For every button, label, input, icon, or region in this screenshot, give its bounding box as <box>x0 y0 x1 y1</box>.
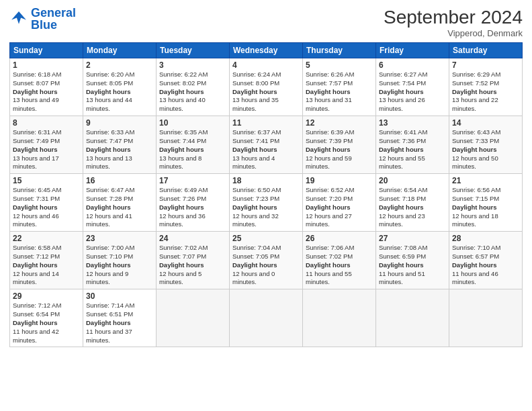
calendar-week-row: 22Sunrise: 6:58 AMSunset: 7:12 PMDayligh… <box>10 232 523 289</box>
day-number: 13 <box>379 118 446 128</box>
day-info: Sunrise: 6:22 AMSunset: 8:02 PMDaylight … <box>159 71 226 113</box>
calendar-cell: 17Sunrise: 6:49 AMSunset: 7:26 PMDayligh… <box>157 174 230 232</box>
day-info: Sunrise: 7:08 AMSunset: 6:59 PMDaylight … <box>379 244 446 287</box>
day-info: Sunrise: 6:24 AMSunset: 8:00 PMDaylight … <box>232 71 300 113</box>
calendar-cell <box>230 289 303 347</box>
day-info: Sunrise: 6:45 AMSunset: 7:31 PMDaylight … <box>13 186 80 229</box>
day-info: Sunrise: 7:04 AMSunset: 7:05 PMDaylight … <box>232 244 300 287</box>
day-info: Sunrise: 6:39 AMSunset: 7:39 PMDaylight … <box>306 128 373 171</box>
month-title: September 2024 <box>384 7 523 28</box>
calendar-cell: 25Sunrise: 7:04 AMSunset: 7:05 PMDayligh… <box>230 232 303 289</box>
day-info: Sunrise: 6:49 AMSunset: 7:26 PMDaylight … <box>159 186 226 229</box>
day-number: 11 <box>232 118 300 128</box>
col-sunday: Sunday <box>10 43 83 58</box>
day-info: Sunrise: 6:47 AMSunset: 7:28 PMDaylight … <box>86 186 153 229</box>
day-info: Sunrise: 6:29 AMSunset: 7:52 PMDaylight … <box>452 71 519 113</box>
calendar-cell: 23Sunrise: 7:00 AMSunset: 7:10 PMDayligh… <box>83 232 157 289</box>
day-info: Sunrise: 7:02 AMSunset: 7:07 PMDaylight … <box>159 244 226 287</box>
day-info: Sunrise: 7:10 AMSunset: 6:57 PMDaylight … <box>452 244 519 287</box>
calendar-cell: 18Sunrise: 6:50 AMSunset: 7:23 PMDayligh… <box>230 174 303 232</box>
logo-text: GeneralBlue <box>31 7 76 31</box>
day-number: 15 <box>13 176 80 185</box>
day-number: 12 <box>306 118 373 128</box>
calendar-week-row: 29Sunrise: 7:12 AMSunset: 6:54 PMDayligh… <box>10 289 523 347</box>
svg-marker-0 <box>11 11 26 24</box>
day-info: Sunrise: 6:33 AMSunset: 7:47 PMDaylight … <box>86 128 153 171</box>
col-thursday: Thursday <box>303 43 376 58</box>
logo: GeneralBlue <box>9 7 76 31</box>
col-friday: Friday <box>376 43 449 58</box>
day-number: 28 <box>452 234 519 243</box>
day-info: Sunrise: 6:54 AMSunset: 7:18 PMDaylight … <box>379 186 446 229</box>
day-info: Sunrise: 7:00 AMSunset: 7:10 PMDaylight … <box>86 244 153 287</box>
day-number: 30 <box>86 291 153 301</box>
day-number: 6 <box>379 60 446 70</box>
day-number: 25 <box>232 234 300 243</box>
day-number: 21 <box>452 176 519 185</box>
day-info: Sunrise: 6:18 AMSunset: 8:07 PMDaylight … <box>13 71 80 113</box>
col-tuesday: Tuesday <box>157 43 230 58</box>
day-number: 3 <box>159 60 226 70</box>
calendar-cell: 14Sunrise: 6:43 AMSunset: 7:33 PMDayligh… <box>449 116 523 174</box>
calendar-table: Sunday Monday Tuesday Wednesday Thursday… <box>9 42 523 347</box>
day-number: 16 <box>86 176 153 185</box>
day-info: Sunrise: 6:27 AMSunset: 7:54 PMDaylight … <box>379 71 446 113</box>
calendar-week-row: 1Sunrise: 6:18 AMSunset: 8:07 PMDaylight… <box>10 58 523 116</box>
day-info: Sunrise: 6:50 AMSunset: 7:23 PMDaylight … <box>232 186 300 229</box>
day-info: Sunrise: 6:56 AMSunset: 7:15 PMDaylight … <box>452 186 519 229</box>
calendar-cell: 6Sunrise: 6:27 AMSunset: 7:54 PMDaylight… <box>376 58 449 116</box>
calendar-header-row: Sunday Monday Tuesday Wednesday Thursday… <box>10 43 523 58</box>
calendar-cell: 2Sunrise: 6:20 AMSunset: 8:05 PMDaylight… <box>83 58 157 116</box>
day-number: 23 <box>86 234 153 243</box>
day-info: Sunrise: 6:43 AMSunset: 7:33 PMDaylight … <box>452 128 519 171</box>
calendar-cell: 26Sunrise: 7:06 AMSunset: 7:02 PMDayligh… <box>303 232 376 289</box>
calendar-cell: 11Sunrise: 6:37 AMSunset: 7:41 PMDayligh… <box>230 116 303 174</box>
day-info: Sunrise: 6:35 AMSunset: 7:44 PMDaylight … <box>159 128 226 171</box>
calendar-cell: 12Sunrise: 6:39 AMSunset: 7:39 PMDayligh… <box>303 116 376 174</box>
calendar-cell: 21Sunrise: 6:56 AMSunset: 7:15 PMDayligh… <box>449 174 523 232</box>
day-info: Sunrise: 7:14 AMSunset: 6:51 PMDaylight … <box>86 302 153 345</box>
day-number: 27 <box>379 234 446 243</box>
calendar-cell: 19Sunrise: 6:52 AMSunset: 7:20 PMDayligh… <box>303 174 376 232</box>
title-block: September 2024 Vipperod, Denmark <box>384 7 523 38</box>
page-header: GeneralBlue September 2024 Vipperod, Den… <box>9 7 523 38</box>
calendar-cell <box>157 289 230 347</box>
day-info: Sunrise: 6:31 AMSunset: 7:49 PMDaylight … <box>13 128 80 171</box>
calendar-cell: 13Sunrise: 6:41 AMSunset: 7:36 PMDayligh… <box>376 116 449 174</box>
day-info: Sunrise: 6:26 AMSunset: 7:57 PMDaylight … <box>306 71 373 113</box>
day-number: 18 <box>232 176 300 185</box>
calendar-cell <box>449 289 523 347</box>
col-wednesday: Wednesday <box>230 43 303 58</box>
calendar-cell <box>376 289 449 347</box>
day-number: 1 <box>13 60 80 70</box>
calendar-cell: 8Sunrise: 6:31 AMSunset: 7:49 PMDaylight… <box>10 116 83 174</box>
calendar-cell <box>303 289 376 347</box>
day-info: Sunrise: 6:58 AMSunset: 7:12 PMDaylight … <box>13 244 80 287</box>
calendar-cell: 29Sunrise: 7:12 AMSunset: 6:54 PMDayligh… <box>10 289 83 347</box>
calendar-cell: 27Sunrise: 7:08 AMSunset: 6:59 PMDayligh… <box>376 232 449 289</box>
day-info: Sunrise: 6:20 AMSunset: 8:05 PMDaylight … <box>86 71 153 113</box>
calendar-cell: 22Sunrise: 6:58 AMSunset: 7:12 PMDayligh… <box>10 232 83 289</box>
day-number: 14 <box>452 118 519 128</box>
calendar-cell: 16Sunrise: 6:47 AMSunset: 7:28 PMDayligh… <box>83 174 157 232</box>
day-number: 20 <box>379 176 446 185</box>
day-number: 5 <box>306 60 373 70</box>
logo-icon <box>9 9 28 28</box>
day-number: 26 <box>306 234 373 243</box>
day-number: 19 <box>306 176 373 185</box>
calendar-cell: 4Sunrise: 6:24 AMSunset: 8:00 PMDaylight… <box>230 58 303 116</box>
day-number: 2 <box>86 60 153 70</box>
calendar-cell: 7Sunrise: 6:29 AMSunset: 7:52 PMDaylight… <box>449 58 523 116</box>
calendar-cell: 15Sunrise: 6:45 AMSunset: 7:31 PMDayligh… <box>10 174 83 232</box>
calendar-cell: 28Sunrise: 7:10 AMSunset: 6:57 PMDayligh… <box>449 232 523 289</box>
day-number: 29 <box>13 291 80 301</box>
day-number: 8 <box>13 118 80 128</box>
calendar-cell: 20Sunrise: 6:54 AMSunset: 7:18 PMDayligh… <box>376 174 449 232</box>
calendar-cell: 1Sunrise: 6:18 AMSunset: 8:07 PMDaylight… <box>10 58 83 116</box>
day-number: 22 <box>13 234 80 243</box>
day-number: 24 <box>159 234 226 243</box>
day-info: Sunrise: 6:52 AMSunset: 7:20 PMDaylight … <box>306 186 373 229</box>
calendar-cell: 9Sunrise: 6:33 AMSunset: 7:47 PMDaylight… <box>83 116 157 174</box>
col-monday: Monday <box>83 43 157 58</box>
day-number: 17 <box>159 176 226 185</box>
